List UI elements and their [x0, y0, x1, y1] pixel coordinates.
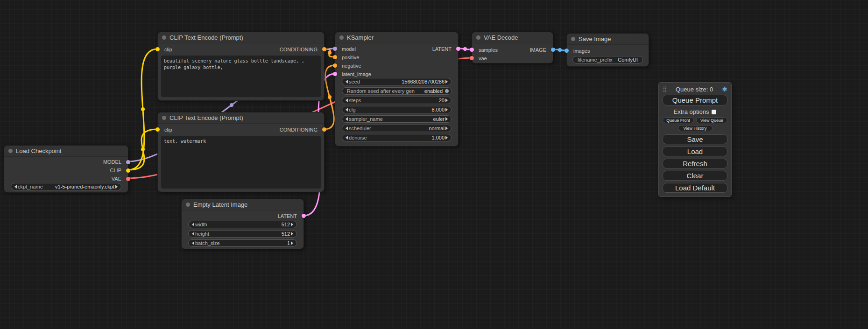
load-button[interactable]: Load — [663, 147, 727, 156]
input-slot-clip-icon[interactable] — [155, 127, 160, 132]
node-title: CLIP Text Encode (Prompt) — [169, 34, 243, 41]
output-slot-latent-icon[interactable] — [456, 47, 460, 51]
node-save-image[interactable]: Save Image images filename_prefix ComfyU… — [566, 33, 649, 67]
increment-arrow-icon[interactable] — [445, 108, 448, 112]
decrement-arrow-icon[interactable] — [192, 232, 194, 236]
input-slot-positive-icon[interactable] — [333, 55, 337, 59]
widget-sampler-name[interactable]: sampler_name euler — [342, 115, 452, 123]
widget-batch-size[interactable]: batch_size 1 — [188, 239, 297, 247]
queue-prompt-button[interactable]: Queue Prompt — [663, 95, 727, 105]
widget-width[interactable]: width 512 — [188, 221, 297, 228]
node-titlebar[interactable]: Save Image — [567, 34, 649, 45]
save-button[interactable]: Save — [663, 134, 727, 144]
output-slot-conditioning-icon[interactable] — [322, 47, 326, 51]
widget-filename-prefix[interactable]: filename_prefix ComfyUI — [572, 56, 643, 63]
output-slot-vae-icon[interactable] — [126, 177, 130, 181]
graph-canvas[interactable]: Load Checkpoint MODEL CLIP VAE ckpt_name… — [0, 0, 868, 329]
node-titlebar[interactable]: Load Checkpoint — [4, 146, 128, 157]
input-slot-positive-label: positive — [342, 55, 359, 61]
decrement-arrow-icon[interactable] — [192, 241, 194, 245]
node-title: VAE Decode — [484, 34, 518, 41]
widget-steps[interactable]: steps 20 — [342, 97, 452, 104]
widget-value: 8.000 — [431, 107, 445, 112]
node-vae-decode[interactable]: VAE Decode samples vae IMAGE — [472, 32, 553, 63]
increment-arrow-icon[interactable] — [115, 185, 118, 189]
node-title: Load Checkpoint — [16, 147, 62, 154]
load-default-button[interactable]: Load Default — [663, 183, 727, 193]
increment-arrow-icon[interactable] — [291, 232, 293, 236]
clear-button[interactable]: Clear — [663, 171, 727, 181]
collapse-dot-icon[interactable] — [162, 35, 166, 40]
refresh-button[interactable]: Refresh — [663, 159, 727, 168]
decrement-arrow-icon[interactable] — [346, 98, 348, 102]
input-slot-vae-icon[interactable] — [470, 56, 474, 60]
output-slot-model-icon[interactable] — [126, 160, 130, 164]
widget-cfg[interactable]: cfg 8.000 — [342, 106, 452, 113]
node-load-checkpoint[interactable]: Load Checkpoint MODEL CLIP VAE ckpt_name… — [4, 145, 128, 193]
collapse-dot-icon[interactable] — [186, 203, 190, 207]
widget-seed[interactable]: seed 156680208700286 — [342, 78, 452, 85]
node-titlebar[interactable]: CLIP Text Encode (Prompt) — [158, 32, 324, 43]
toggle-dot-icon[interactable] — [445, 89, 449, 93]
node-titlebar[interactable]: CLIP Text Encode (Prompt) — [158, 112, 324, 124]
view-history-button[interactable]: View History — [678, 125, 713, 131]
increment-arrow-icon[interactable] — [445, 126, 448, 130]
node-titlebar[interactable]: VAE Decode — [472, 32, 553, 43]
node-ksampler[interactable]: KSampler model positive negative latent_… — [335, 32, 459, 147]
input-slot-samples-icon[interactable] — [470, 48, 474, 52]
prompt-text-area[interactable]: beautiful scenery nature glass bottle la… — [161, 56, 321, 97]
settings-gear-icon[interactable]: ✱ — [722, 86, 727, 92]
wire-model-midpoint-dot — [230, 103, 233, 107]
view-queue-button[interactable]: View Queue — [696, 117, 727, 123]
widget-denoise[interactable]: denoise 1.000 — [342, 134, 452, 141]
input-slot-clip-icon[interactable] — [155, 47, 160, 51]
decrement-arrow-icon[interactable] — [14, 185, 17, 189]
collapse-dot-icon[interactable] — [8, 149, 13, 153]
node-title: Empty Latent Image — [193, 201, 247, 208]
prompt-text-area[interactable]: text, watermark — [161, 136, 321, 189]
input-slot-latent-image-icon[interactable] — [333, 72, 337, 76]
collapse-dot-icon[interactable] — [571, 37, 575, 41]
increment-arrow-icon[interactable] — [445, 80, 448, 84]
node-titlebar[interactable]: KSampler — [335, 32, 458, 43]
output-slot-conditioning-icon[interactable] — [322, 127, 326, 132]
collapse-dot-icon[interactable] — [339, 35, 344, 40]
decrement-arrow-icon[interactable] — [346, 136, 348, 140]
decrement-arrow-icon[interactable] — [346, 108, 348, 112]
increment-arrow-icon[interactable] — [445, 98, 448, 102]
decrement-arrow-icon[interactable] — [346, 126, 348, 130]
node-title: KSampler — [347, 34, 374, 41]
widget-name: width — [195, 222, 207, 227]
node-titlebar[interactable]: Empty Latent Image — [182, 199, 303, 210]
widget-value: normal — [429, 126, 445, 131]
widget-height[interactable]: height 512 — [188, 230, 297, 238]
node-clip-text-encode-positive[interactable]: CLIP Text Encode (Prompt) clip CONDITION… — [157, 32, 325, 101]
collapse-dot-icon[interactable] — [476, 35, 480, 40]
queue-front-button[interactable]: Queue Front — [663, 117, 694, 123]
increment-arrow-icon[interactable] — [445, 117, 448, 121]
decrement-arrow-icon[interactable] — [346, 80, 348, 84]
input-slot-negative-icon[interactable] — [333, 63, 337, 68]
decrement-arrow-icon[interactable] — [346, 117, 348, 121]
input-slot-model-icon[interactable] — [333, 47, 337, 51]
widget-value: 1 — [287, 240, 290, 246]
widget-scheduler[interactable]: scheduler normal — [342, 125, 452, 132]
output-slot-clip-icon[interactable] — [126, 168, 130, 173]
node-empty-latent-image[interactable]: Empty Latent Image LATENT width 512 heig… — [181, 199, 304, 249]
output-slot-image-icon[interactable] — [551, 48, 555, 52]
input-slot-images-icon[interactable] — [565, 49, 569, 53]
collapse-dot-icon[interactable] — [162, 116, 166, 120]
increment-arrow-icon[interactable] — [291, 223, 293, 226]
wire-clip-positive-midpoint-dot — [141, 107, 145, 111]
decrement-arrow-icon[interactable] — [192, 223, 194, 226]
output-slot-latent-label: LATENT — [278, 213, 297, 219]
output-slot-latent-icon[interactable] — [302, 214, 306, 218]
increment-arrow-icon[interactable] — [445, 136, 448, 140]
queue-front-view-queue-row: Queue Front View Queue — [663, 117, 727, 123]
increment-arrow-icon[interactable] — [291, 241, 293, 245]
node-clip-text-encode-negative[interactable]: CLIP Text Encode (Prompt) clip CONDITION… — [157, 112, 325, 192]
widget-random-seed-toggle[interactable]: Random seed after every gen enabled — [342, 87, 452, 95]
extra-options-checkbox[interactable] — [712, 110, 716, 114]
drag-handle-icon[interactable]: ⣿ — [663, 86, 667, 92]
widget-ckpt-name[interactable]: ckpt_name v1-5-pruned-emaonly.ckpt — [11, 183, 121, 190]
